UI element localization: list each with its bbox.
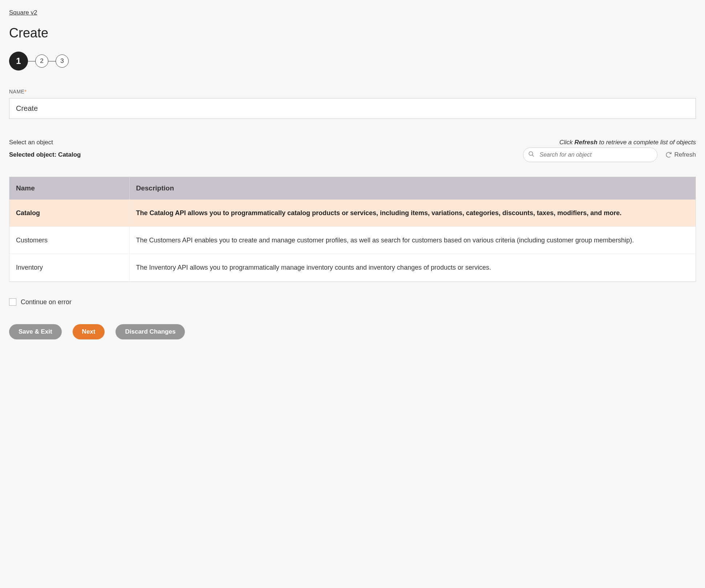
stepper: 1 2 3 [9,52,696,71]
step-connector [48,61,56,61]
select-object-prompt: Select an object [9,139,53,146]
step-connector [28,61,35,61]
refresh-label: Refresh [674,151,696,158]
selected-prefix: Selected object: [9,151,58,158]
table-row[interactable]: CatalogThe Catalog API allows you to pro… [9,200,696,227]
search-input[interactable] [523,148,657,162]
cell-description: The Catalog API allows you to programmat… [129,200,696,227]
cell-name: Inventory [9,254,129,281]
name-label-text: NAME [9,89,24,94]
col-description[interactable]: Description [129,177,696,200]
step-1[interactable]: 1 [9,52,28,71]
search-icon [528,151,535,159]
hint-suffix: to retrieve a complete list of objects [597,139,696,146]
next-button[interactable]: Next [73,324,105,339]
cell-name: Customers [9,227,129,254]
cell-description: The Customers API enables you to create … [129,227,696,254]
col-name[interactable]: Name [9,177,129,200]
refresh-icon [665,152,672,158]
refresh-hint: Click Refresh to retrieve a complete lis… [559,139,696,146]
page-title: Create [9,25,696,41]
cell-description: The Inventory API allows you to programm… [129,254,696,281]
step-2[interactable]: 2 [35,55,48,68]
selected-object: Selected object: Catalog [9,151,81,158]
name-input[interactable] [9,98,696,119]
table-row[interactable]: CustomersThe Customers API enables you t… [9,227,696,254]
save-exit-button[interactable]: Save & Exit [9,324,62,339]
svg-point-0 [529,152,533,156]
object-table: Name Description CatalogThe Catalog API … [9,177,696,282]
name-label: NAME* [9,89,696,94]
table-row[interactable]: InventoryThe Inventory API allows you to… [9,254,696,281]
breadcrumb-link[interactable]: Square v2 [9,9,37,16]
continue-on-error-label[interactable]: Continue on error [21,298,72,306]
required-indicator: * [24,89,27,94]
selected-value: Catalog [58,151,81,158]
svg-line-1 [532,155,534,157]
table-scroll[interactable]: Name Description CatalogThe Catalog API … [9,177,696,282]
search-box [523,148,657,162]
cell-name: Catalog [9,200,129,227]
hint-bold: Refresh [575,139,597,146]
step-3[interactable]: 3 [56,55,69,68]
hint-prefix: Click [559,139,575,146]
continue-on-error-checkbox[interactable] [9,298,16,306]
discard-button[interactable]: Discard Changes [116,324,185,339]
refresh-button[interactable]: Refresh [665,151,696,158]
